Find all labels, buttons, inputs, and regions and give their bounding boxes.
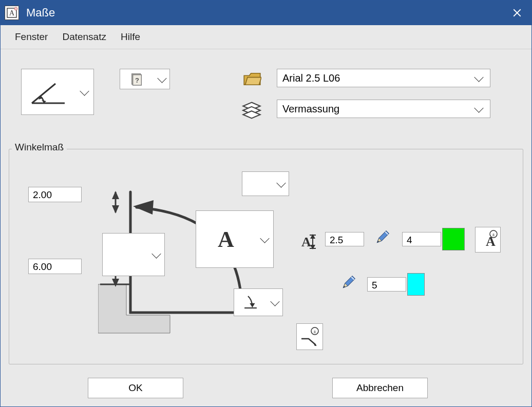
svg-marker-18 [112,191,119,199]
chevron-down-icon [154,77,169,82]
chevron-down-icon [256,237,273,242]
svg-text:?: ? [135,76,139,84]
text-height-input[interactable]: 2.5 [325,232,364,246]
leader-tolerance-icon: ± [299,326,320,347]
client-area: ? Arial 2.5 L06 Verma [1,49,531,406]
chevron-down-icon [273,182,289,186]
pen2-color-swatch[interactable] [407,273,425,296]
witness-line-style-select[interactable] [102,233,165,276]
layers-icon [242,101,263,119]
svg-text:±: ± [314,329,316,334]
pen2-input[interactable]: 5 [367,277,406,292]
svg-text:A: A [9,9,15,17]
pencil-icon [341,275,356,291]
offset-b-input[interactable]: 6.00 [28,259,82,274]
ok-label: OK [128,382,142,394]
offset-a-input[interactable]: 2.00 [28,187,82,202]
ok-button[interactable]: OK [88,378,183,398]
font-select[interactable]: Arial 2.5 L06 [277,69,490,87]
svg-marker-24 [250,303,255,308]
cancel-button[interactable]: Abbrechen [332,378,428,398]
cancel-label: Abbrechen [356,382,404,394]
svg-point-2 [14,7,17,10]
titlebar: A Maße [1,1,531,25]
dialog-window: A Maße Fenster Datensatz Hilfe [0,0,532,407]
svg-marker-28 [313,342,317,346]
svg-marker-13 [98,284,170,333]
text-height-icon: A [295,233,319,250]
menu-fenster[interactable]: Fenster [15,31,48,43]
offset-a-value: 2.00 [33,189,52,200]
svg-text:±: ± [492,232,495,237]
window-title: Maße [26,6,507,20]
text-placement-select[interactable]: A [196,210,274,268]
arrow-direction-select[interactable] [242,171,289,196]
offset-b-value: 6.00 [33,261,52,272]
chevron-down-icon [472,76,485,81]
text-tolerance-button[interactable]: A ± [475,227,501,253]
pen1-input[interactable]: 4 [402,232,441,246]
layer-select[interactable]: Vermassung [277,100,490,118]
app-icon: A [5,6,19,20]
pen1-color-swatch[interactable] [442,228,465,250]
letter-a-icon: A [218,226,234,253]
pen1-value: 4 [407,235,412,245]
close-button[interactable] [507,3,527,23]
book-question-icon: ? [130,72,144,86]
svg-text:A: A [301,235,311,249]
pencil-icon [375,230,390,246]
font-select-value: Arial 2.5 L06 [282,72,472,84]
svg-marker-19 [112,205,119,214]
svg-marker-12 [243,111,260,118]
chevron-down-icon [75,90,93,94]
menubar: Fenster Datensatz Hilfe [1,25,531,49]
svg-marker-14 [133,200,154,215]
tolerance-leader-toggle[interactable]: ± [296,323,323,350]
text-height-value: 2.5 [330,235,343,245]
chevron-down-icon [148,253,164,257]
arrow-down-into-line-icon [242,294,259,311]
arrowhead-style-select[interactable] [234,288,283,316]
chevron-down-icon [472,107,485,111]
folder-icon [243,72,263,87]
dimension-type-select[interactable] [21,69,94,115]
angle-icon [28,76,69,107]
help-book-select[interactable]: ? [120,69,170,89]
winkelmass-label: Winkelmaß [12,142,67,153]
pen2-value: 5 [372,280,377,290]
text-tolerance-icon: A ± [478,229,498,250]
svg-rect-0 [7,8,16,17]
menu-hilfe[interactable]: Hilfe [121,31,140,43]
menu-datensatz[interactable]: Datensatz [62,31,106,43]
layer-select-value: Vermassung [282,103,472,115]
chevron-down-icon [267,300,282,305]
